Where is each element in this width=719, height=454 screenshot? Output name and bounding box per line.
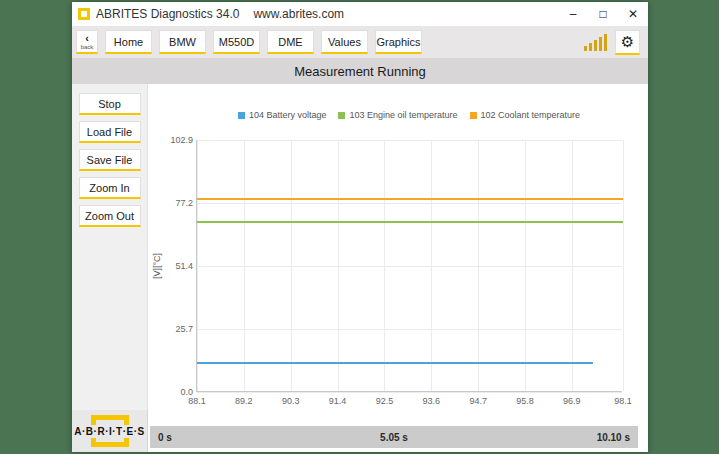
x-tick-label: 94.7 <box>469 396 487 406</box>
x-tick-label: 98.1 <box>614 396 632 406</box>
close-icon[interactable]: ✕ <box>618 2 648 26</box>
back-chevron-icon: ‹ <box>85 33 89 44</box>
gridline-vertical <box>431 140 432 391</box>
timeline-end: 10.10 s <box>597 432 630 443</box>
x-tick-label: 93.6 <box>423 396 441 406</box>
minimize-icon[interactable]: – <box>558 2 588 26</box>
status-header: Measurement Running <box>72 58 648 84</box>
x-tick-label: 96.9 <box>563 396 581 406</box>
legend-label: 103 Engine oil temperature <box>349 110 457 120</box>
chart-legend: 104 Battery voltage103 Engine oil temper… <box>196 110 622 120</box>
legend-label: 104 Battery voltage <box>249 110 327 120</box>
app-window: ABRITES Diagnostics 34.0 www.abrites.com… <box>72 2 648 452</box>
window-title: ABRITES Diagnostics 34.0 <box>96 7 239 21</box>
nav-bar: ‹ back HomeBMWM550DDMEValuesGraphics ⚙ <box>72 26 648 58</box>
legend-label: 102 Coolant temperature <box>481 110 581 120</box>
gridline-vertical <box>572 140 573 391</box>
x-tick-label: 90.3 <box>282 396 300 406</box>
timeline-scrollbar[interactable]: 0 s 5.05 s 10.10 s <box>150 426 638 448</box>
signal-strength-icon <box>584 33 607 51</box>
series-line-102 <box>197 198 623 200</box>
nav-tabs: HomeBMWM550DDMEValuesGraphics <box>105 30 422 54</box>
abrites-logo-icon <box>78 8 90 20</box>
y-tick-label: 77.2 <box>159 198 193 208</box>
y-tick-label: 51.4 <box>159 261 193 271</box>
legend-item-102[interactable]: 102 Coolant temperature <box>470 110 581 120</box>
stop-button[interactable]: Stop <box>79 93 141 115</box>
x-tick-label: 95.8 <box>516 396 534 406</box>
gear-icon: ⚙ <box>621 34 634 49</box>
y-tick-label: 102.9 <box>159 135 193 145</box>
legend-marker-icon <box>338 112 345 119</box>
gridline-vertical <box>478 140 479 391</box>
gridline-horizontal <box>197 392 622 393</box>
logo-panel: A·B·R·I·T·E·S <box>72 410 148 452</box>
zoom-out-button[interactable]: Zoom Out <box>79 205 141 227</box>
series-line-103 <box>197 221 623 223</box>
tab-m550d[interactable]: M550D <box>213 30 260 54</box>
legend-item-104[interactable]: 104 Battery voltage <box>238 110 327 120</box>
save-file-button[interactable]: Save File <box>79 149 141 171</box>
main-area: StopLoad FileSave FileZoom InZoom Out 10… <box>72 84 648 410</box>
zoom-in-button[interactable]: Zoom In <box>79 177 141 199</box>
x-tick-label: 91.4 <box>329 396 347 406</box>
gridline-horizontal <box>197 203 622 204</box>
gridline-horizontal <box>197 140 622 141</box>
gridline-vertical <box>244 140 245 391</box>
legend-item-103[interactable]: 103 Engine oil temperature <box>338 110 457 120</box>
bottom-bar: A·B·R·I·T·E·S 0 s 5.05 s 10.10 s <box>72 410 648 452</box>
gridline-vertical <box>525 140 526 391</box>
gridline-vertical <box>197 140 198 391</box>
chart-region: 104 Battery voltage103 Engine oil temper… <box>148 84 648 410</box>
legend-marker-icon <box>470 112 477 119</box>
plot-area: 0.025.751.477.2102.988.189.290.391.492.5… <box>196 140 622 392</box>
window-url: www.abrites.com <box>253 7 344 21</box>
timeline-middle: 5.05 s <box>380 432 408 443</box>
timeline-wrap: 0 s 5.05 s 10.10 s <box>148 410 648 452</box>
gridline-vertical <box>338 140 339 391</box>
tab-bmw[interactable]: BMW <box>159 30 206 54</box>
gridline-horizontal <box>197 266 622 267</box>
tab-graphics[interactable]: Graphics <box>375 30 422 54</box>
y-tick-label: 25.7 <box>159 324 193 334</box>
abrites-logo-text: A·B·R·I·T·E·S <box>74 425 144 438</box>
sidebar: StopLoad FileSave FileZoom InZoom Out <box>72 84 148 410</box>
tab-dme[interactable]: DME <box>267 30 314 54</box>
settings-button[interactable]: ⚙ <box>615 30 640 55</box>
x-tick-label: 89.2 <box>235 396 253 406</box>
gridline-vertical <box>291 140 292 391</box>
maximize-icon[interactable]: □ <box>588 2 618 26</box>
tab-values[interactable]: Values <box>321 30 368 54</box>
gridline-vertical <box>384 140 385 391</box>
tab-home[interactable]: Home <box>105 30 152 54</box>
x-tick-label: 88.1 <box>188 396 206 406</box>
legend-marker-icon <box>238 112 245 119</box>
gridline-vertical <box>623 140 624 391</box>
timeline-start: 0 s <box>158 432 172 443</box>
gridline-horizontal <box>197 329 622 330</box>
x-tick-label: 92.5 <box>376 396 394 406</box>
load-file-button[interactable]: Load File <box>79 121 141 143</box>
page-title: Measurement Running <box>294 64 426 79</box>
title-bar: ABRITES Diagnostics 34.0 www.abrites.com… <box>72 2 648 26</box>
back-button[interactable]: ‹ back <box>76 30 98 54</box>
series-line-104 <box>197 362 593 364</box>
